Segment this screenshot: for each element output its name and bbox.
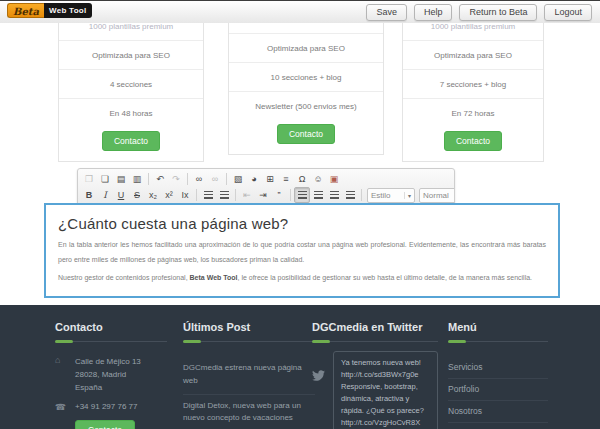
- outdent-icon: ⇤: [239, 187, 255, 203]
- footer-menu-link[interactable]: Portfolio: [448, 379, 548, 401]
- post-list: DGCmedia estrena nueva página webDigital…: [183, 357, 315, 429]
- paste-word-icon[interactable]: ▥: [129, 171, 145, 187]
- pricing-feature: Newsletter (500 envios mes): [229, 91, 383, 120]
- footer-menu-list: ServiciosPortfolioNosotrosBlog: [448, 357, 548, 429]
- footer-menu-link[interactable]: Blog: [448, 423, 548, 429]
- tweet-box: Ya tenemos nueva web! http://t.co/sd3BWx…: [333, 351, 438, 429]
- paragraph-2-suffix: , le ofrece la posibilidad de gestionar …: [238, 274, 533, 281]
- footer-twitter-title: DGCmedia en Twitter: [312, 321, 438, 333]
- contacto-button[interactable]: Contacto: [102, 131, 160, 151]
- post-link[interactable]: DGCmedia estrena nueva página web: [183, 357, 315, 395]
- chevron-down-icon: ▾: [404, 192, 411, 199]
- toolbar-separator: [226, 173, 227, 185]
- pricing-feature: [229, 23, 383, 33]
- address-line: Calle de Méjico 13: [75, 355, 141, 368]
- blockquote-icon[interactable]: ”: [271, 187, 287, 203]
- content-heading: ¿Cuánto cuesta una página web?: [58, 215, 546, 232]
- format-dropdown[interactable]: Normal ▾: [419, 188, 455, 203]
- link-icon[interactable]: ∞: [191, 171, 207, 187]
- toolbar-separator: [148, 173, 149, 185]
- pricing-card-premium: 1000 plantillas premiumOptimizada para S…: [402, 23, 544, 162]
- pricing-feature: 1000 plantillas premium: [59, 23, 203, 40]
- superscript-icon[interactable]: x²: [161, 187, 177, 203]
- content-paragraph-2: Nuestro gestor de contenidos profesional…: [58, 271, 546, 286]
- pricing-feature: 4 secciones: [59, 69, 203, 98]
- align-left-icon[interactable]: [294, 187, 310, 203]
- pricing-card-medium: Optimizada para SEO10 secciones + blogNe…: [228, 23, 384, 155]
- pricing-feature: Optimizada para SEO: [59, 40, 203, 69]
- footer-menu-link[interactable]: Servicios: [448, 357, 548, 379]
- pricing-feature: 7 secciones + blog: [403, 69, 543, 98]
- iframe-icon[interactable]: ▣: [326, 171, 342, 187]
- accent-divider: [183, 340, 315, 343]
- footer-contact-title: Contacto: [55, 321, 167, 333]
- underline-icon[interactable]: U: [113, 187, 129, 203]
- paragraph-2-prefix: Nuestro gestor de contenidos profesional…: [58, 274, 190, 281]
- media-icon[interactable]: ◕: [246, 171, 262, 187]
- logo-beta-badge: Beta: [7, 3, 44, 18]
- footer-twitter-column: DGCmedia en Twitter Ya tenemos nueva web…: [312, 321, 438, 429]
- content-paragraph-1: En la tabla anterior les hemos facilitad…: [58, 238, 546, 267]
- italic-icon[interactable]: I: [97, 187, 113, 203]
- redo-icon: ↷: [168, 171, 184, 187]
- subscript-icon[interactable]: x₂: [145, 187, 161, 203]
- accent-divider: [312, 340, 438, 343]
- smiley-icon[interactable]: ☺: [310, 171, 326, 187]
- toolbar-separator: [290, 189, 291, 201]
- save-button[interactable]: Save: [366, 4, 407, 21]
- twitter-icon: [312, 369, 325, 382]
- bullet-list-icon[interactable]: [216, 187, 232, 203]
- site-preview: 1000 plantillas premiumOptimizada para S…: [0, 23, 600, 305]
- toolbar-separator: [196, 189, 197, 201]
- indent-icon[interactable]: ⇥: [255, 187, 271, 203]
- logout-button[interactable]: Logout: [544, 4, 592, 21]
- styles-dropdown[interactable]: Estilo ▾: [367, 188, 415, 203]
- admin-bar-buttons: Save Help Return to Beta Logout: [366, 4, 592, 21]
- special-char-icon[interactable]: Ω: [294, 171, 310, 187]
- undo-icon[interactable]: ↶: [152, 171, 168, 187]
- paste-icon[interactable]: ❏: [97, 171, 113, 187]
- help-button[interactable]: Help: [414, 4, 453, 21]
- pricing-feature: En 72 horas: [403, 98, 543, 127]
- pricing-card-rows: Optimizada para SEO10 secciones + blogNe…: [229, 23, 383, 120]
- pricing-feature: Optimizada para SEO: [229, 33, 383, 62]
- bold-icon[interactable]: B: [81, 187, 97, 203]
- pricing-card-rows: 1000 plantillas premiumOptimizada para S…: [403, 23, 543, 127]
- format-dropdown-label: Normal: [423, 191, 449, 200]
- ordered-list-icon[interactable]: [200, 187, 216, 203]
- address-lines: Calle de Méjico 1328028, MadridEspaña: [75, 355, 141, 395]
- contacto-button[interactable]: Contacto: [444, 131, 502, 151]
- wysiwyg-toolbar: ❐❏▤▥↶↷∞∞▧◕⊞≡Ω☺▣ BIUSx₂x²Ix⇤⇥” Estilo ▾ N…: [77, 168, 455, 206]
- table-icon[interactable]: ⊞: [262, 171, 278, 187]
- copy-icon: ❐: [81, 171, 97, 187]
- address-line: 28028, Madrid: [75, 368, 141, 381]
- footer-menu-link[interactable]: Nosotros: [448, 401, 548, 423]
- styles-dropdown-label: Estilo: [371, 191, 391, 200]
- app-logo: Beta Web Tool: [7, 3, 92, 18]
- footer-contacto-button[interactable]: Contacto: [75, 420, 135, 429]
- pricing-card-rows: 1000 plantillas premiumOptimizada para S…: [59, 23, 203, 127]
- align-justify-icon[interactable]: [342, 187, 358, 203]
- align-center-icon[interactable]: [310, 187, 326, 203]
- strike-icon[interactable]: S: [129, 187, 145, 203]
- image-icon[interactable]: ▧: [230, 171, 246, 187]
- accent-divider: [55, 340, 167, 343]
- pricing-feature: 10 secciones + blog: [229, 62, 383, 91]
- phone-icon: ☎: [55, 402, 65, 412]
- remove-format-icon[interactable]: Ix: [177, 187, 193, 203]
- toolbar-row-1: ❐❏▤▥↶↷∞∞▧◕⊞≡Ω☺▣: [81, 171, 451, 187]
- paste-text-icon[interactable]: ▤: [113, 171, 129, 187]
- editable-content-area[interactable]: ¿Cuánto cuesta una página web? En la tab…: [44, 203, 560, 298]
- toolbar-separator: [361, 189, 362, 201]
- address-line: España: [75, 381, 141, 394]
- contacto-button[interactable]: Contacto: [277, 124, 335, 144]
- return-to-beta-button[interactable]: Return to Beta: [459, 4, 537, 21]
- align-right-icon[interactable]: [326, 187, 342, 203]
- admin-bar: Beta Web Tool Save Help Return to Beta L…: [0, 0, 600, 24]
- post-link[interactable]: Digital Detox, nueva web para un nuevo c…: [183, 395, 315, 429]
- site-footer: Contacto ⌂ Calle de Méjico 1328028, Madr…: [0, 305, 600, 429]
- pricing-feature: En 48 horas: [59, 98, 203, 127]
- unlink-icon: ∞: [207, 171, 223, 187]
- paragraph-2-bold: Beta Web Tool: [190, 274, 238, 281]
- horizontal-rule-icon[interactable]: ≡: [278, 171, 294, 187]
